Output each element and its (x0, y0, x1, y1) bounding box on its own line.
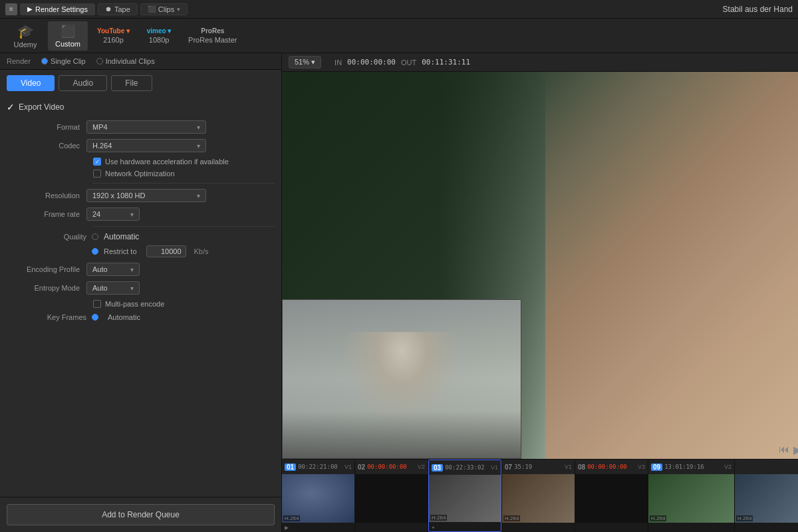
clips-label: Clips (158, 5, 174, 13)
thumb-02-image (355, 474, 428, 523)
thumb-07-num: 07 (505, 464, 512, 471)
thumb-03-codec: H.264 (430, 515, 447, 521)
in-timecode: 00:00:00:00 (347, 58, 396, 66)
timeline-thumb-07[interactable]: 07 35:19 V1 H.264 (502, 460, 575, 532)
key-frames-label: Key Frames (7, 313, 86, 321)
pip-container (282, 299, 521, 459)
individual-clips-option[interactable]: Individual Clips (96, 57, 155, 65)
play-button[interactable]: ▶ (793, 444, 798, 456)
key-frames-radio[interactable] (92, 314, 98, 321)
format-label: Format (7, 123, 86, 131)
settings-scroll: ✓ Export Video Format MP4 ▾ Codec H. (0, 96, 281, 497)
thumb-07-header: 07 35:19 V1 (502, 460, 575, 474)
tab-audio[interactable]: Audio (59, 75, 107, 91)
timeline-thumb-extra[interactable]: H.264 (735, 460, 798, 532)
tab-file[interactable]: File (111, 75, 152, 91)
hw-accel-label[interactable]: Use hardware acceleration if available (105, 158, 229, 166)
entropy-mode-dropdown[interactable]: Auto ▾ (86, 281, 140, 295)
single-clip-option[interactable]: Single Clip (41, 57, 86, 65)
preview-person (545, 72, 799, 459)
network-opt-label[interactable]: Network Optimization (105, 170, 175, 178)
timecode-group: IN 00:00:00:00 OUT 00:11:31:11 (334, 58, 470, 66)
preset-custom[interactable]: ⬛ Custom (48, 21, 88, 51)
codec-value: H.264 (92, 142, 112, 150)
tab-clips[interactable]: ⬛ Clips ▾ (140, 3, 188, 15)
resolution-dropdown-arrow: ▾ (197, 192, 200, 200)
thumb-08-track: V3 (638, 464, 645, 470)
timeline-thumb-01[interactable]: 01 00:22:21:00 V1 H.264 ▶ (282, 460, 355, 532)
thumb-01-footer: ▶ (282, 523, 354, 532)
clips-dropdown-icon: ▾ (177, 6, 180, 13)
preset-custom-label: Custom (55, 40, 80, 48)
add-to-render-queue-button[interactable]: Add to Render Queue (7, 504, 275, 525)
timeline-thumb-02[interactable]: 02 00:00:00:00 V2 (355, 460, 428, 532)
codec-control: H.264 ▾ (86, 139, 275, 152)
thumb-03-num: 03 (432, 464, 443, 471)
zoom-indicator[interactable]: 51% ▾ (289, 56, 321, 68)
thumb-02-timecode: 00:00:00:00 (367, 464, 416, 470)
presets-bar: 🎓 Udemy ⬛ Custom YouTube ▾ 2160p vimeo ▾… (0, 19, 798, 53)
quality-automatic-row: Quality Automatic (7, 232, 275, 241)
tape-label: Tape (114, 5, 130, 13)
app-menu-icon[interactable]: ≡ (5, 3, 17, 15)
codec-dropdown-arrow: ▾ (197, 142, 200, 150)
pip-desk-gradient (283, 411, 521, 458)
multi-pass-checkbox[interactable] (93, 300, 101, 308)
thumb-03-header: 03 00:22:33:02 V1 (429, 460, 501, 475)
skip-to-start-button[interactable]: ⏮ (779, 444, 789, 456)
timeline-thumb-03[interactable]: 03 00:22:33:02 V1 H.264 ⬥ (428, 460, 501, 532)
udemy-icon: 🎓 (17, 23, 34, 39)
preset-vimeo-1080[interactable]: vimeo ▾ 1080p (139, 25, 179, 47)
thumb-03-image: H.264 (429, 475, 501, 522)
thumb-03-track: V1 (491, 464, 498, 471)
frame-rate-value: 24 (92, 210, 100, 218)
entropy-mode-value: Auto (92, 284, 108, 292)
network-opt-checkbox[interactable] (93, 170, 101, 178)
tab-render-settings[interactable]: ▶ Render Settings (20, 3, 95, 15)
thumb-02-num: 02 (358, 464, 365, 471)
multi-pass-label[interactable]: Multi-pass encode (105, 300, 164, 308)
out-label: OUT (401, 59, 416, 66)
timeline-thumb-08[interactable]: 08 00:00:00:00 V3 (575, 460, 648, 532)
thumb-01-timecode: 00:22:21:00 (298, 464, 342, 470)
thumb-09a-image: H.264 (648, 474, 734, 523)
thumb-extra-codec: H.264 (736, 515, 753, 521)
preset-youtube-2160[interactable]: YouTube ▾ 2160p (90, 25, 136, 47)
format-dropdown[interactable]: MP4 ▾ (86, 120, 206, 134)
encoding-profile-row: Encoding Profile Auto ▾ (7, 263, 275, 276)
single-clip-label: Single Clip (51, 57, 86, 65)
single-clip-radio[interactable] (41, 58, 48, 65)
hw-accel-checkbox[interactable] (93, 158, 101, 166)
tab-row: Video Audio File (0, 70, 281, 96)
thumb-extra-footer (735, 523, 798, 532)
thumb-01-track: V1 (344, 464, 352, 470)
encoding-profile-value: Auto (92, 265, 108, 273)
thumb-01-num: 01 (285, 464, 296, 471)
thumb-02-header: 02 00:00:00:00 V2 (355, 460, 428, 474)
entropy-mode-arrow: ▾ (130, 285, 134, 292)
preset-prores[interactable]: ProRes ProRes Master (182, 25, 243, 47)
thumb-01-codec: H.264 (283, 515, 300, 521)
resolution-dropdown[interactable]: 1920 x 1080 HD ▾ (86, 189, 206, 202)
preset-udemy[interactable]: 🎓 Udemy (5, 21, 45, 51)
tab-video[interactable]: Video (7, 75, 55, 91)
thumb-02-track: V2 (418, 464, 425, 470)
encoding-profile-dropdown[interactable]: Auto ▾ (86, 263, 140, 276)
quality-restrict-input[interactable]: 10000 (146, 245, 186, 257)
quality-automatic-label: Automatic (104, 232, 139, 241)
thumb-09a-num: 09 (651, 464, 662, 471)
preview-toolbar: 51% ▾ IN 00:00:00:00 OUT 00:11:31:11 (282, 53, 798, 72)
resolution-value: 1920 x 1080 HD (92, 192, 146, 200)
codec-dropdown[interactable]: H.264 ▾ (86, 139, 206, 152)
timeline-thumb-09a[interactable]: 09 13:01:19:16 V2 H.264 (648, 460, 735, 532)
thumb-07-image: H.264 (502, 474, 575, 523)
tab-tape[interactable]: ⏺ Tape (98, 3, 138, 15)
quality-automatic-radio[interactable] (92, 233, 98, 240)
individual-clips-radio[interactable] (96, 58, 103, 65)
encoding-profile-label: Encoding Profile (7, 265, 86, 273)
quality-restrict-radio[interactable] (92, 248, 98, 255)
frame-rate-dropdown[interactable]: 24 ▾ (86, 207, 140, 221)
thumb-07-track: V1 (565, 464, 572, 470)
format-value: MP4 (92, 123, 108, 131)
format-dropdown-arrow: ▾ (197, 124, 200, 131)
